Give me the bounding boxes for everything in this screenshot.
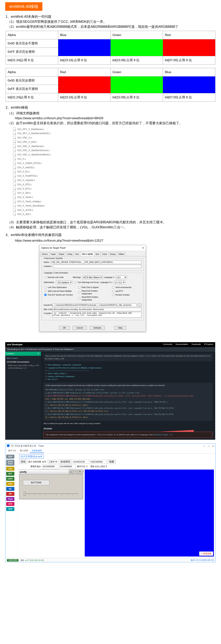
- h7-tab[interactable]: 目标板规则: [30, 449, 44, 453]
- keil-tab[interactable]: C/C++ (AC6): [80, 252, 94, 256]
- plainchar-checkbox[interactable]: [78, 286, 80, 288]
- split-checkbox[interactable]: [44, 290, 46, 292]
- h7-sidebar-button[interactable]: RTOS Trace: [6, 460, 14, 466]
- lto-checkbox[interactable]: [44, 286, 46, 288]
- close-icon[interactable]: ✕: [212, 445, 214, 447]
- close-icon[interactable]: ✕: [142, 246, 144, 250]
- keil-tab[interactable]: Debug: [108, 252, 117, 256]
- start-button[interactable]: 启动: [19, 460, 27, 464]
- one-elf-checkbox[interactable]: [44, 294, 46, 296]
- file-item: GUI_X_RTE.c: [13, 182, 216, 187]
- langcpp-select[interactable]: c++11: [114, 280, 125, 284]
- arm-side-item-1[interactable]: Build Errors Using USBD_Config_n.c File …: [8, 364, 40, 370]
- minimize-icon[interactable]: —: [203, 445, 206, 447]
- keil-tab[interactable]: Target: [49, 252, 57, 256]
- sec2-link1[interactable]: https://www.armbbs.cn/forum.php?mod=view…: [15, 116, 216, 121]
- addr2-input[interactable]: [90, 460, 106, 464]
- opt-select[interactable]: -Os balanced: [56, 280, 72, 284]
- shortenum-checkbox[interactable]: [112, 286, 114, 288]
- keil-tab[interactable]: Linker: [100, 252, 109, 256]
- h7-tab[interactable]: 解冲 (O): [6, 449, 18, 453]
- ropi-checkbox[interactable]: [78, 291, 80, 293]
- h7-sidebar-button[interactable]: SPI: [6, 492, 14, 496]
- ok-button[interactable]: OK: [59, 326, 70, 330]
- keil-tab[interactable]: Device: [40, 252, 49, 256]
- h7-sidebar-button[interactable]: RTT: [6, 472, 14, 476]
- keil-tab[interactable]: Output: [57, 252, 66, 256]
- target-gui-window: armfly ▴ □ ✕ BUTTON0: [19, 470, 83, 499]
- maximize-icon[interactable]: □: [208, 445, 210, 447]
- define-input[interactable]: [51, 260, 142, 264]
- xinhao-select[interactable]: 三缓冲: [48, 460, 58, 464]
- arm-side-item-0[interactable]: All Keil MDK Documentation: [7, 360, 40, 363]
- h7-sidebar-button[interactable]: UART: [6, 477, 14, 481]
- rwpi-checkbox[interactable]: [78, 297, 80, 300]
- include-browse-button[interactable]: …: [138, 303, 142, 307]
- langc-select[interactable]: c11: [116, 276, 127, 279]
- h7-sidebar-button[interactable]: DSO: [6, 455, 14, 458]
- keil-tab[interactable]: Utilities: [117, 252, 126, 256]
- draw-button[interactable]: 绘图: [108, 460, 116, 464]
- h7-sidebar-button[interactable]: SYS: [6, 502, 14, 506]
- target-slider[interactable]: [23, 494, 79, 496]
- h7-sidebar-button[interactable]: I2C: [6, 487, 14, 491]
- search-icon[interactable]: 🔍: [38, 352, 40, 355]
- warnings-select[interactable]: AC5-like Warnings: [82, 276, 103, 279]
- h7-sidebar-button[interactable]: LUA: [6, 467, 14, 471]
- keil-tab[interactable]: Asm: [94, 252, 101, 256]
- grp-title-preproc: Preprocessor Symbols: [43, 257, 64, 260]
- th-green: Green: [110, 31, 163, 39]
- arm-back-link[interactable]: Back to search: [7, 357, 40, 360]
- log-line: C:/Keil/ARM/PACK/Keil/MDK-Middleware/7.1…: [45, 413, 211, 416]
- rtti-checkbox[interactable]: [112, 290, 114, 292]
- sec3-link[interactable]: https://www.armbbs.cn/forum.php?mod=view…: [15, 238, 216, 243]
- log-line: 55 | #define USB_STR_RAW_TO_UTF16(str) u…: [45, 404, 211, 406]
- target-max-icon[interactable]: □: [73, 470, 78, 474]
- h7-status-bar: USB [HID] #01 ● IP (192.168.31.82) 版本:V2…: [6, 558, 216, 562]
- help-button[interactable]: Help: [114, 326, 126, 330]
- check-fault-badge[interactable]: ⚠ 检查故障: [199, 552, 213, 556]
- undefine-label: Undefine:: [44, 265, 52, 268]
- exec-only-checkbox[interactable]: [44, 276, 46, 278]
- arm-topnav-link[interactable]: Downloads: [192, 343, 201, 346]
- arm-answer-link[interactable]: Options for Target — C/...: [154, 434, 174, 436]
- noauto-checkbox[interactable]: [112, 294, 114, 296]
- keil-tab[interactable]: User: [74, 252, 80, 256]
- cancel-button[interactable]: Cancel: [72, 326, 87, 330]
- keil-tab[interactable]: Listing: [65, 252, 74, 256]
- elf-path-button[interactable]: ELF文件路径(a.axf): [19, 454, 44, 459]
- swatch-blue2: [163, 76, 216, 93]
- compiler-str-label: Compiler control string: [44, 312, 51, 315]
- compiler-str-input[interactable]: [52, 312, 142, 318]
- arm-topnav-link[interactable]: Community: [163, 343, 172, 346]
- undefine-input[interactable]: [53, 265, 142, 268]
- h7-tab[interactable]: 接口设置: [18, 449, 30, 453]
- file-item: GUI_X_RTX.c: [13, 187, 216, 191]
- arm-topnav-link[interactable]: IP Explorer: [204, 343, 213, 346]
- file-item: GUI_VNC_X_Keil.c: [13, 140, 216, 144]
- misc-input[interactable]: [52, 308, 142, 311]
- addr1-input[interactable]: [73, 460, 89, 464]
- log-line: 2221 | USBD_STR_DEF_u(0, USBD_STR_DESC_M…: [45, 398, 211, 400]
- arm-question-desc: I have a project that uses the USB Devic…: [44, 354, 212, 362]
- defaults-button[interactable]: Defaults: [90, 326, 105, 330]
- h7-sidebar-button[interactable]: Trace: [6, 497, 14, 501]
- arm-topnav-link[interactable]: Documentation: [176, 343, 188, 346]
- turn-warn-checkbox[interactable]: [74, 281, 76, 284]
- include-input[interactable]: [52, 304, 137, 307]
- keil-titlebar: Options for Target 'Flash' ✕: [40, 245, 146, 251]
- h7-app-icon: [7, 444, 10, 447]
- target-button0[interactable]: BUTTON0: [23, 480, 50, 485]
- target-min-icon[interactable]: ▴: [69, 470, 73, 474]
- arm-code-header: // * MDK Middleware - Component ::USB:De…: [44, 364, 212, 381]
- auto-fill-button[interactable]: 自动填充: [59, 460, 72, 464]
- warnings-label: Warnings:: [73, 276, 81, 279]
- arm-answer-box: The configuration code was changed to us…: [44, 432, 212, 438]
- h7-sidebar-button[interactable]: CAN: [6, 482, 14, 486]
- target-close-icon[interactable]: ✕: [78, 470, 82, 474]
- screen-addr-input[interactable]: [42, 464, 58, 468]
- file-item: GUI_X_Sim.c: [13, 191, 216, 195]
- h7-sidebar-button[interactable]: SCR: [6, 507, 14, 511]
- addr3-input[interactable]: [60, 464, 76, 468]
- slider-thumb-icon[interactable]: [24, 492, 26, 496]
